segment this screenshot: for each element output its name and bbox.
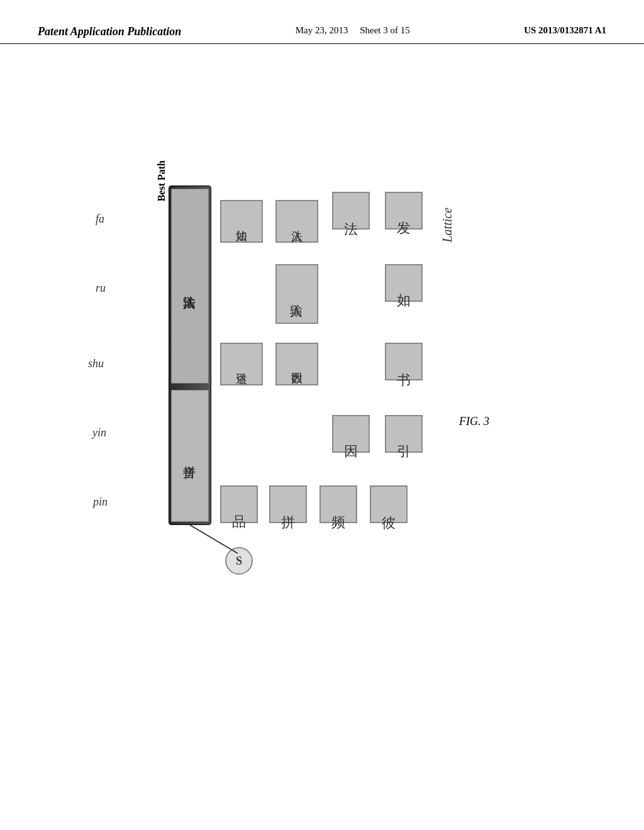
cell-yinshu: 引述 — [220, 343, 263, 385]
cell-pin4: 彼 — [370, 485, 408, 523]
publication-number: US 2013/0132871 A1 — [524, 25, 606, 36]
publication-title: Patent Application Publication — [38, 25, 181, 38]
s-node: S — [225, 547, 253, 575]
cell-fa2: 发 — [385, 192, 423, 230]
cell-ru: 如 — [385, 264, 423, 302]
publication-date: May 23, 2013 — [296, 25, 348, 35]
publication-date-sheet: May 23, 2013 Sheet 3 of 15 — [296, 25, 410, 36]
page-header: Patent Application Publication May 23, 2… — [0, 0, 644, 44]
cell-yin1: 因 — [332, 415, 370, 453]
cell-yin2: 引 — [385, 415, 423, 453]
cell-shu: 书 — [385, 343, 423, 380]
cell-pin2: 拼 — [269, 485, 307, 523]
fig-label: FIG. 3 — [459, 415, 489, 428]
cell-fa: 法 — [332, 192, 370, 230]
best-path-cell-top: 输入法 — [171, 189, 209, 384]
row-label-fa: fa — [96, 213, 104, 226]
row-label-shu: shu — [88, 357, 104, 370]
cell-pin3: 频 — [319, 485, 357, 523]
lattice-label: Lattice — [440, 208, 455, 243]
cell-pin1: 品 — [220, 485, 258, 523]
arrow-line — [0, 63, 644, 786]
row-label-pin: pin — [93, 495, 108, 509]
sheet-info: Sheet 3 of 15 — [360, 25, 410, 35]
best-path-cell-bottom: 拼音 — [171, 390, 209, 522]
row-label-ru: ru — [96, 282, 106, 295]
cell-shuru: 输入 — [275, 264, 318, 324]
cell-rufa2: 入法 — [275, 200, 318, 243]
cell-rufa: 如法 — [220, 200, 263, 243]
cell-yinshu2: 因数 — [275, 343, 318, 385]
diagram-area: Best Path fa ru shu yin pin 输入法 拼音 如法 入法… — [0, 63, 644, 786]
best-path-label: Best Path — [156, 160, 167, 201]
row-label-yin: yin — [92, 426, 106, 440]
